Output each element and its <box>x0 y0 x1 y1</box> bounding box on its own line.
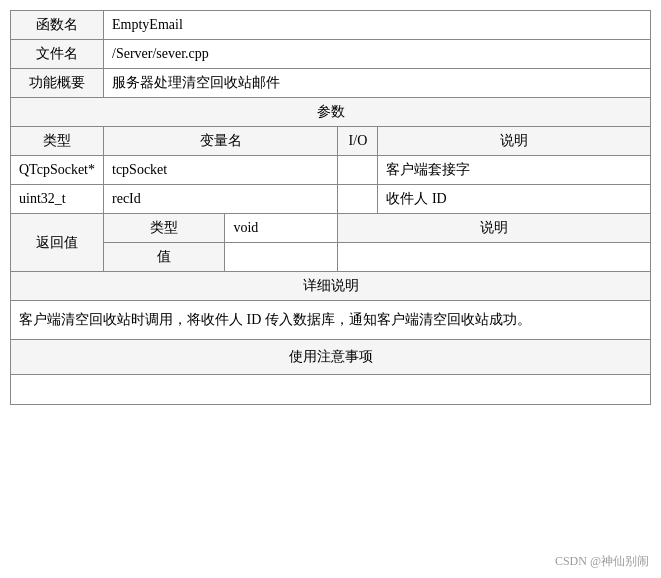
label-summary: 功能概要 <box>11 69 104 98</box>
table-row-return-header: 返回值 类型 void 说明 <box>11 214 651 243</box>
param-2-varname: recId <box>104 185 338 214</box>
label-funcname: 函数名 <box>11 11 104 40</box>
table-row-notice-content <box>11 375 651 405</box>
col-desc-header: 说明 <box>378 127 651 156</box>
table-row-param-1: QTcpSocket* tcpSocket 客户端套接字 <box>11 156 651 185</box>
col-io-header: I/O <box>338 127 378 156</box>
return-val-value <box>225 243 338 272</box>
param-2-type: uint32_t <box>11 185 104 214</box>
table-row-params-header: 类型 变量名 I/O 说明 <box>11 127 651 156</box>
param-1-io <box>338 156 378 185</box>
col-return-type-header: 类型 <box>104 214 225 243</box>
param-1-varname: tcpSocket <box>104 156 338 185</box>
detail-text: 客户端清空回收站时调用，将收件人 ID 传入数据库，通知客户端清空回收站成功。 <box>11 301 651 340</box>
value-funcname: EmptyEmail <box>104 11 651 40</box>
doc-table: 函数名 EmptyEmail 文件名 /Server/sever.cpp 功能概… <box>10 10 651 405</box>
param-1-type: QTcpSocket* <box>11 156 104 185</box>
table-row-param-2: uint32_t recId 收件人 ID <box>11 185 651 214</box>
page-wrapper: 函数名 EmptyEmail 文件名 /Server/sever.cpp 功能概… <box>0 0 661 578</box>
value-summary: 服务器处理清空回收站邮件 <box>104 69 651 98</box>
watermark: CSDN @神仙别闹 <box>555 553 649 570</box>
table-row-filename: 文件名 /Server/sever.cpp <box>11 40 651 69</box>
param-2-io <box>338 185 378 214</box>
param-1-desc: 客户端套接字 <box>378 156 651 185</box>
col-return-val-label: 值 <box>104 243 225 272</box>
table-row-detail-text: 客户端清空回收站时调用，将收件人 ID 传入数据库，通知客户端清空回收站成功。 <box>11 301 651 340</box>
table-row-params-section: 参数 <box>11 98 651 127</box>
params-section-header: 参数 <box>11 98 651 127</box>
col-varname-header: 变量名 <box>104 127 338 156</box>
detail-section-header: 详细说明 <box>11 272 651 301</box>
notice-content <box>11 375 651 405</box>
param-2-desc: 收件人 ID <box>378 185 651 214</box>
return-val-desc <box>338 243 651 272</box>
table-row-detail-section: 详细说明 <box>11 272 651 301</box>
table-row-summary: 功能概要 服务器处理清空回收站邮件 <box>11 69 651 98</box>
value-filename: /Server/sever.cpp <box>104 40 651 69</box>
table-row-notice-section: 使用注意事项 <box>11 340 651 375</box>
label-return: 返回值 <box>11 214 104 272</box>
col-type-header: 类型 <box>11 127 104 156</box>
label-filename: 文件名 <box>11 40 104 69</box>
return-type-value: void <box>225 214 338 243</box>
table-row-funcname: 函数名 EmptyEmail <box>11 11 651 40</box>
table-row-return-val: 值 <box>11 243 651 272</box>
notice-section-header: 使用注意事项 <box>11 340 651 375</box>
col-return-desc-header: 说明 <box>338 214 651 243</box>
